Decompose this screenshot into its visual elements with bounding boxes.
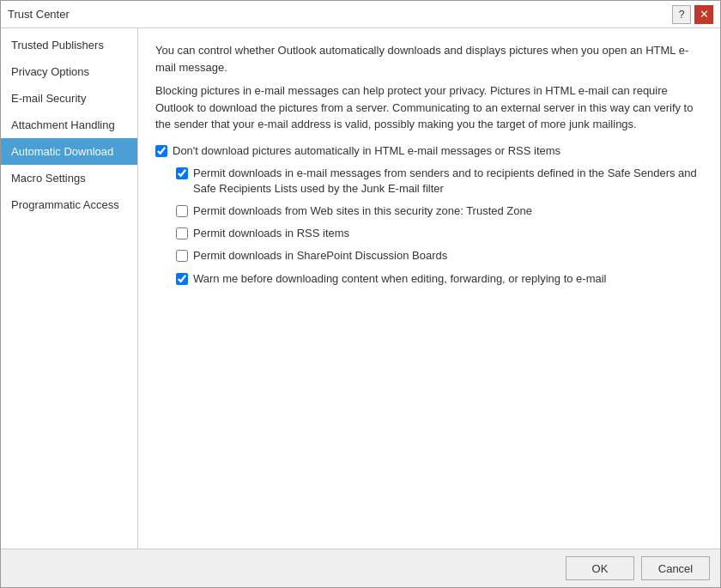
ok-button[interactable]: OK (566, 556, 634, 580)
sidebar-item-programmatic-access[interactable]: Programmatic Access (1, 191, 137, 218)
option-permit-web-sites-label[interactable]: Permit downloads from Web sites in this … (193, 203, 532, 219)
sidebar: Trusted Publishers Privacy Options E-mai… (1, 28, 138, 549)
option-permit-web-sites-checkbox[interactable] (176, 205, 188, 217)
sidebar-item-privacy-options[interactable]: Privacy Options (1, 58, 137, 85)
option-dont-download-row: Don't download pictures automatically in… (155, 143, 703, 159)
content-area: You can control whether Outlook automati… (138, 28, 720, 549)
option-warn-before-download-checkbox[interactable] (176, 273, 188, 285)
option-permit-safe-senders-checkbox[interactable] (176, 167, 188, 179)
sidebar-item-trusted-publishers[interactable]: Trusted Publishers (1, 32, 137, 58)
option-dont-download-text: Don't download pictures automatically in… (173, 144, 560, 157)
option-permit-sharepoint-text: Permit downloads in SharePoint Discussio… (193, 249, 447, 262)
option-warn-before-download-text: Warn me before downloading content when … (193, 272, 607, 285)
title-bar-controls: ? ✕ (672, 5, 713, 24)
title-bar: Trust Center ? ✕ (1, 1, 720, 28)
dialog-footer: OK Cancel (1, 549, 720, 587)
sidebar-item-attachment-handling[interactable]: Attachment Handling (1, 112, 137, 138)
option-permit-rss-text: Permit downloads in RSS items (193, 227, 349, 239)
description-block: You can control whether Outlook automati… (155, 42, 703, 133)
option-permit-sharepoint-label[interactable]: Permit downloads in SharePoint Discussio… (193, 248, 447, 264)
options-section: Don't download pictures automatically in… (155, 143, 703, 287)
option-permit-safe-senders-label[interactable]: Permit downloads in e-mail messages from… (193, 166, 703, 197)
option-permit-rss-label[interactable]: Permit downloads in RSS items (193, 226, 349, 241)
dialog-body: Trusted Publishers Privacy Options E-mai… (1, 28, 720, 549)
option-permit-rss-row: Permit downloads in RSS items (176, 226, 703, 241)
help-button[interactable]: ? (672, 5, 691, 24)
close-button[interactable]: ✕ (694, 5, 713, 24)
dialog-title: Trust Center (8, 8, 70, 21)
description-para-1: You can control whether Outlook automati… (155, 42, 703, 76)
cancel-button[interactable]: Cancel (641, 556, 710, 580)
option-warn-before-download-label[interactable]: Warn me before downloading content when … (193, 271, 607, 287)
option-permit-safe-senders-row: Permit downloads in e-mail messages from… (176, 166, 703, 197)
option-dont-download-checkbox[interactable] (155, 145, 167, 157)
title-bar-left: Trust Center (8, 8, 70, 21)
option-permit-safe-senders-text: Permit downloads in e-mail messages from… (193, 167, 697, 195)
sidebar-item-macro-settings[interactable]: Macro Settings (1, 165, 137, 191)
description-para-2: Blocking pictures in e-mail messages can… (155, 82, 703, 133)
option-permit-sharepoint-checkbox[interactable] (176, 250, 188, 262)
option-dont-download-label[interactable]: Don't download pictures automatically in… (173, 143, 560, 159)
option-permit-web-sites-row: Permit downloads from Web sites in this … (176, 203, 703, 219)
option-permit-sharepoint-row: Permit downloads in SharePoint Discussio… (176, 248, 703, 264)
option-permit-web-sites-text: Permit downloads from Web sites in this … (193, 204, 532, 217)
option-permit-rss-checkbox[interactable] (176, 227, 188, 239)
sidebar-item-automatic-download[interactable]: Automatic Download (1, 138, 137, 165)
sidebar-item-email-security[interactable]: E-mail Security (1, 85, 137, 112)
sub-options: Permit downloads in e-mail messages from… (176, 166, 703, 287)
option-warn-before-download-row: Warn me before downloading content when … (176, 271, 703, 287)
trust-center-dialog: Trust Center ? ✕ Trusted Publishers Priv… (0, 0, 721, 588)
